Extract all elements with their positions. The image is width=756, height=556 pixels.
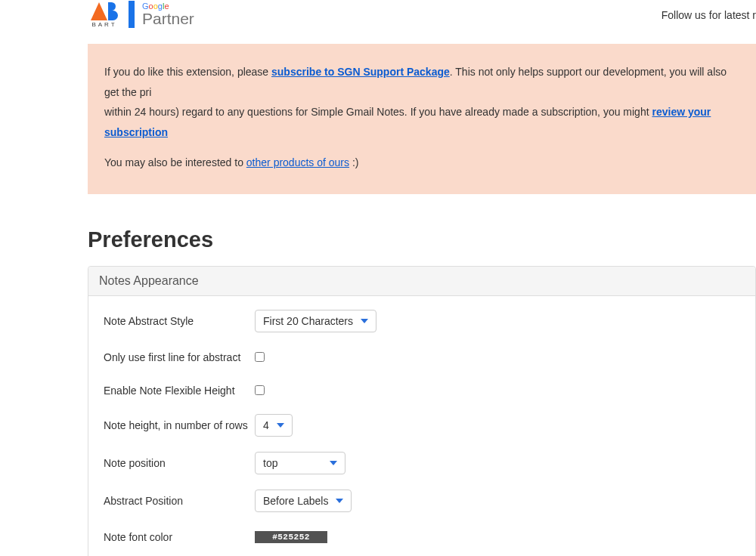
other-products-link[interactable]: other products of ours (246, 156, 349, 168)
bart-logo: BART (88, 2, 121, 28)
checkbox-first-line[interactable] (255, 352, 265, 362)
color-picker-font[interactable]: #525252 (255, 531, 327, 543)
banner-text: If you do like this extension, please (104, 66, 271, 78)
label-abstract-style: Note Abstract Style (104, 315, 255, 327)
label-font-color: Note font color (104, 531, 255, 543)
select-height-rows[interactable]: 4 (255, 414, 293, 437)
chevron-down-icon (277, 423, 284, 428)
chevron-down-icon (330, 461, 337, 465)
label-first-line: Only use first line for abstract (104, 351, 255, 363)
chevron-down-icon (336, 499, 343, 503)
checkbox-flex-height[interactable] (255, 385, 265, 395)
chevron-down-icon (361, 319, 368, 323)
select-abstract-style[interactable]: First 20 Characters (255, 310, 376, 332)
subscribe-link[interactable]: subscribe to SGN Support Package (271, 66, 450, 78)
banner-text: You may also be interested to (104, 156, 246, 168)
preferences-panel: Notes Appearance Note Abstract Style Fir… (88, 266, 756, 556)
google-partner-logo: Google Partner (129, 1, 194, 29)
label-flex-height: Enable Note Flexible Height (104, 385, 255, 397)
follow-us-text: Follow us for latest r (662, 9, 756, 21)
section-header: Notes Appearance (88, 267, 755, 296)
select-abstract-position[interactable]: Before Labels (255, 490, 352, 512)
banner-text: within 24 hours) regard to any questions… (104, 106, 652, 118)
label-note-position: Note position (104, 457, 255, 469)
brand-logos: BART Google Partner (88, 1, 194, 29)
label-abstract-position: Abstract Position (104, 495, 255, 507)
bart-logo-text: BART (91, 21, 116, 28)
banner-text: :) (349, 156, 358, 168)
page-title: Preferences (88, 227, 756, 252)
select-note-position[interactable]: top (255, 452, 345, 474)
promo-banner: If you do like this extension, please su… (88, 44, 756, 194)
label-height-rows: Note height, in number of rows (104, 419, 255, 431)
